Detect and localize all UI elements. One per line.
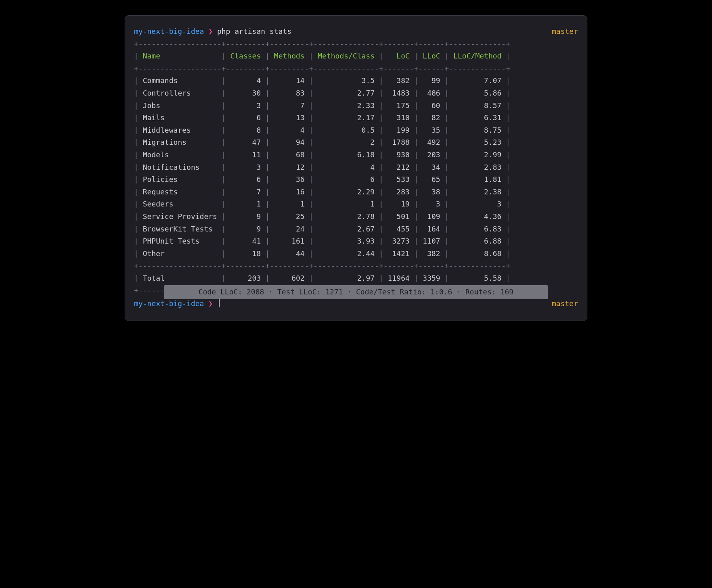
ratio-label: Code/Test Ratio:: [356, 288, 426, 296]
prompt-chevron: ❯: [208, 299, 213, 308]
stats-table: +-------------------+---------+---------…: [134, 38, 578, 285]
code-lloc-label: Code LLoC:: [199, 288, 242, 296]
prompt-line-2[interactable]: my-next-big-idea ❯ master: [134, 298, 578, 310]
summary-pill: Code LLoC: 2088 · Test LLoC: 1271 · Code…: [164, 285, 548, 299]
sep: ·: [457, 288, 461, 296]
cursor-icon: [219, 299, 220, 307]
sep: ·: [268, 288, 273, 296]
cwd: my-next-big-idea: [134, 27, 204, 35]
routes-value: 169: [500, 288, 514, 296]
prompt-line-1: my-next-big-idea ❯ php artisan stats mas…: [134, 25, 578, 38]
cwd: my-next-big-idea: [134, 299, 204, 308]
code-lloc-value: 2088: [247, 288, 264, 296]
ratio-value: 1:0.6: [430, 288, 452, 296]
command-text: php artisan stats: [217, 27, 291, 35]
prompt-chevron: ❯: [208, 27, 213, 35]
git-branch: master: [552, 298, 578, 310]
test-lloc-value: 1271: [325, 288, 343, 296]
terminal-window: my-next-big-idea ❯ php artisan stats mas…: [125, 15, 587, 321]
git-branch: master: [552, 25, 578, 38]
test-lloc-label: Test LLoC:: [277, 288, 321, 296]
routes-label: Routes:: [465, 288, 496, 296]
sep: ·: [347, 288, 352, 296]
table-footer-row: +-------------------+---------+---------…: [134, 284, 578, 297]
